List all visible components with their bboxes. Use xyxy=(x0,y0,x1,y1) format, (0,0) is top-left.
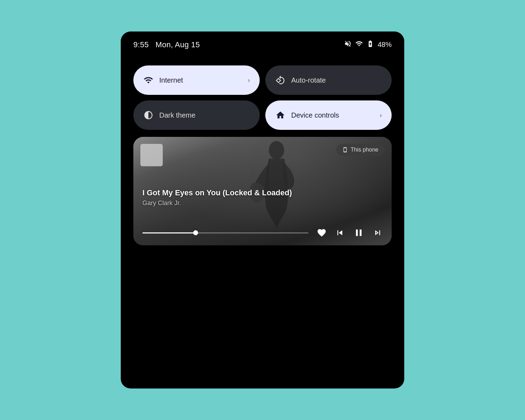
wifi-status-icon xyxy=(355,40,363,49)
tile-device-controls[interactable]: Device controls › xyxy=(265,100,392,130)
internet-chevron: › xyxy=(248,77,250,84)
song-artist: Gary Clark Jr. xyxy=(142,200,383,207)
auto-rotate-label: Auto-rotate xyxy=(291,76,382,84)
home-icon xyxy=(275,110,286,120)
output-device-badge[interactable]: This phone xyxy=(336,144,385,156)
device-controls-chevron: › xyxy=(380,112,382,119)
like-button[interactable] xyxy=(317,228,327,238)
mute-icon xyxy=(344,40,352,49)
dark-theme-label: Dark theme xyxy=(159,111,250,119)
progress-bar-container[interactable] xyxy=(142,232,308,233)
status-time-date: 9:55 Mon, Aug 15 xyxy=(133,40,200,49)
media-info: I Got My Eyes on You (Locked & Loaded) G… xyxy=(142,188,383,207)
status-date: Mon, Aug 15 xyxy=(155,40,200,49)
progress-track[interactable] xyxy=(142,232,308,233)
tile-internet[interactable]: Internet › xyxy=(133,65,260,95)
status-time: 9:55 xyxy=(133,40,149,49)
pause-button[interactable] xyxy=(353,227,364,238)
dark-theme-icon xyxy=(143,110,154,120)
album-art xyxy=(140,144,163,166)
status-bar: 9:55 Mon, Aug 15 48% xyxy=(121,31,404,55)
internet-label: Internet xyxy=(159,76,242,84)
battery-percent: 48% xyxy=(378,41,392,49)
battery-icon xyxy=(366,40,374,49)
media-top-row: This phone xyxy=(140,144,385,166)
output-device-label: This phone xyxy=(351,147,378,153)
rotate-icon xyxy=(275,75,286,85)
skip-previous-button[interactable] xyxy=(335,228,345,238)
song-title: I Got My Eyes on You (Locked & Loaded) xyxy=(142,188,383,197)
status-icons: 48% xyxy=(344,40,392,49)
phone-frame: 9:55 Mon, Aug 15 48% Inte xyxy=(121,31,404,388)
control-buttons xyxy=(317,227,383,238)
media-player: This phone I Got My Eyes on You (Locked … xyxy=(133,137,392,245)
quick-settings-grid: Internet › Auto-rotate Dark theme Device… xyxy=(121,55,404,130)
tile-dark-theme[interactable]: Dark theme xyxy=(133,100,260,130)
wifi-icon xyxy=(143,75,154,85)
device-controls-label: Device controls xyxy=(291,111,374,119)
skip-next-button[interactable] xyxy=(373,228,383,238)
tile-auto-rotate[interactable]: Auto-rotate xyxy=(265,65,392,95)
progress-fill xyxy=(142,232,196,233)
progress-thumb xyxy=(193,230,198,235)
media-controls xyxy=(142,227,383,238)
